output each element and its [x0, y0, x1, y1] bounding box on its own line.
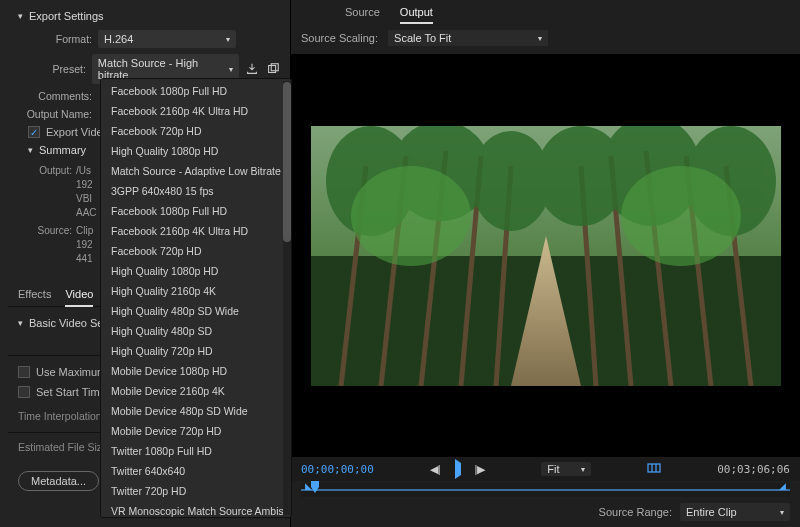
preset-option[interactable]: Match Source - Adaptive Low Bitrate [101, 161, 291, 181]
svg-rect-0 [268, 66, 275, 73]
save-preset-icon[interactable] [245, 61, 260, 77]
source-range-select[interactable]: Entire Clip ▾ [680, 503, 790, 521]
checkbox-unchecked-icon [18, 386, 30, 398]
preset-option[interactable]: High Quality 1080p HD [101, 261, 291, 281]
checkbox-unchecked-icon [18, 366, 30, 378]
checkbox-checked-icon: ✓ [28, 126, 40, 138]
preset-option[interactable]: Facebook 720p HD [101, 241, 291, 261]
play-icon [455, 459, 461, 479]
source-scaling-label: Source Scaling: [301, 32, 378, 44]
comments-label: Comments: [18, 90, 92, 102]
aspect-correction-button[interactable] [643, 461, 665, 477]
chevron-down-icon[interactable]: ▾ [28, 145, 33, 155]
preset-option[interactable]: Facebook 2160p 4K Ultra HD [101, 221, 291, 241]
in-point-marker[interactable]: ◣ [305, 481, 312, 491]
svg-rect-23 [648, 464, 660, 472]
tab-effects[interactable]: Effects [18, 284, 51, 306]
chevron-down-icon: ▾ [229, 65, 233, 74]
preset-option[interactable]: High Quality 720p HD [101, 341, 291, 361]
section-title: Export Settings [29, 10, 104, 22]
play-button[interactable] [451, 462, 465, 476]
timecode-current[interactable]: 00;00;00;00 [301, 463, 374, 476]
import-preset-icon[interactable] [265, 61, 280, 77]
preset-option[interactable]: High Quality 2160p 4K [101, 281, 291, 301]
chevron-down-icon: ▾ [538, 34, 542, 43]
timeline[interactable]: ◣ ◢ [301, 483, 790, 497]
chevron-down-icon: ▾ [18, 318, 23, 328]
preview-panel: Source Output Source Scaling: Scale To F… [290, 0, 800, 527]
playhead-icon[interactable] [311, 481, 319, 493]
transport-bar: 00;00;00;00 ◀| |▶ Fit ▾ 00;03;06;06 [291, 457, 800, 481]
chevron-down-icon: ▾ [581, 465, 585, 474]
svg-point-21 [351, 166, 471, 266]
preset-option[interactable]: High Quality 480p SD [101, 321, 291, 341]
preset-option[interactable]: 3GPP 640x480 15 fps [101, 181, 291, 201]
est-file-size-label: Estimated File Size: [18, 441, 111, 453]
scrollbar-thumb[interactable] [283, 82, 291, 242]
preset-option[interactable]: Mobile Device 2160p 4K [101, 381, 291, 401]
tab-video[interactable]: Video [65, 284, 93, 306]
metadata-button[interactable]: Metadata... [18, 471, 99, 491]
preset-option[interactable]: Twitter 1080p Full HD [101, 441, 291, 461]
svg-rect-1 [271, 64, 278, 71]
preset-option[interactable]: High Quality 1080p HD [101, 141, 291, 161]
svg-point-22 [621, 166, 741, 266]
preset-option[interactable]: Mobile Device 480p SD Wide [101, 401, 291, 421]
preset-label: Preset: [18, 63, 86, 75]
preset-option[interactable]: Twitter 640x640 [101, 461, 291, 481]
tab-output[interactable]: Output [400, 4, 433, 22]
preset-option[interactable]: Facebook 1080p Full HD [101, 81, 291, 101]
format-label: Format: [18, 33, 92, 45]
time-interpolation-label: Time Interpolation: [18, 410, 105, 422]
chevron-down-icon: ▾ [18, 11, 23, 21]
preset-option[interactable]: Facebook 2160p 4K Ultra HD [101, 101, 291, 121]
preset-option[interactable]: Mobile Device 720p HD [101, 421, 291, 441]
preview-tabs: Source Output [291, 0, 800, 24]
step-back-button[interactable]: ◀| [426, 462, 445, 477]
preset-option[interactable]: VR Monoscopic Match Source Ambisonics [101, 501, 291, 518]
source-range-label: Source Range: [599, 506, 672, 518]
output-name-label: Output Name: [18, 108, 92, 120]
preset-option[interactable]: Mobile Device 1080p HD [101, 361, 291, 381]
preset-option[interactable]: Twitter 720p HD [101, 481, 291, 501]
tab-source[interactable]: Source [345, 4, 380, 22]
export-video-checkbox[interactable]: ✓ Export Video [28, 126, 109, 138]
preset-dropdown-menu[interactable]: Facebook 1080p Full HDFacebook 2160p 4K … [100, 78, 292, 518]
out-point-marker[interactable]: ◢ [779, 481, 786, 491]
preset-option[interactable]: Facebook 1080p Full HD [101, 201, 291, 221]
zoom-fit-select[interactable]: Fit ▾ [541, 462, 591, 476]
preset-option[interactable]: Facebook 720p HD [101, 121, 291, 141]
step-forward-button[interactable]: |▶ [471, 462, 490, 477]
preview-viewport [291, 54, 800, 457]
svg-marker-26 [311, 481, 319, 493]
preset-option[interactable]: High Quality 480p SD Wide [101, 301, 291, 321]
source-scaling-select[interactable]: Scale To Fit ▾ [388, 30, 548, 46]
chevron-down-icon: ▾ [780, 508, 784, 517]
summary-title: Summary [39, 144, 86, 156]
chevron-down-icon: ▾ [226, 35, 230, 44]
video-preview-image [311, 126, 781, 386]
format-select[interactable]: H.264 ▾ [98, 30, 236, 48]
timecode-duration: 00;03;06;06 [717, 463, 790, 476]
export-settings-header[interactable]: ▾ Export Settings [18, 10, 280, 22]
